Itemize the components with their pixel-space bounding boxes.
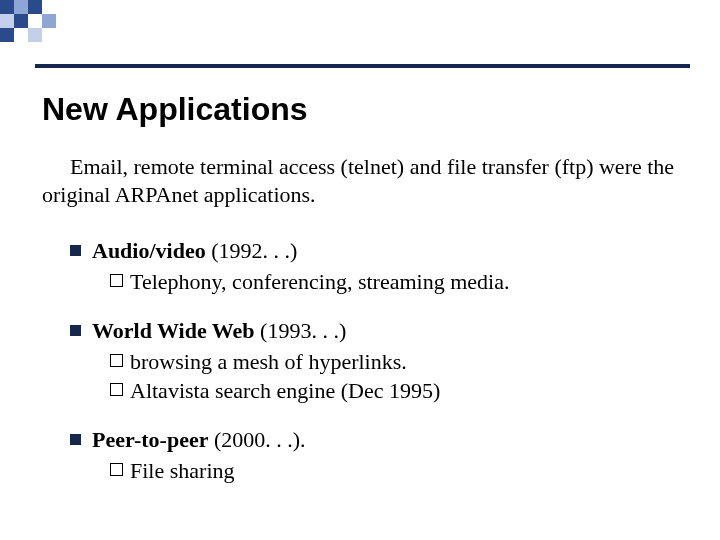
sub-item: File sharing <box>110 456 678 485</box>
sub-list: browsing a mesh of hyperlinks. Altavista… <box>92 347 678 405</box>
bullet-heading-bold: World Wide Web <box>92 318 255 343</box>
bullet-heading-rest: (1993. . .) <box>255 318 347 343</box>
bullet-heading-rest: (2000. . .). <box>208 427 305 452</box>
bullet-heading-rest: (1992. . .) <box>206 238 298 263</box>
intro-text: Email, remote terminal access (telnet) a… <box>42 153 678 208</box>
sub-list: Telephony, conferencing, streaming media… <box>92 267 678 296</box>
corner-decoration <box>0 0 130 45</box>
bullet-list: Audio/video (1992. . .) Telephony, confe… <box>42 236 678 485</box>
top-border <box>35 64 690 68</box>
sub-list: File sharing <box>92 456 678 485</box>
slide-title: New Applications <box>42 92 678 127</box>
sub-item: Altavista search engine (Dec 1995) <box>110 376 678 405</box>
slide: New Applications Email, remote terminal … <box>0 0 720 540</box>
sub-item: browsing a mesh of hyperlinks. <box>110 347 678 376</box>
bullet-item: Peer-to-peer (2000. . .). File sharing <box>70 425 678 485</box>
sub-item: Telephony, conferencing, streaming media… <box>110 267 678 296</box>
bullet-item: World Wide Web (1993. . .) browsing a me… <box>70 316 678 405</box>
bullet-heading-bold: Audio/video <box>92 238 206 263</box>
content-area: New Applications Email, remote terminal … <box>42 92 678 505</box>
bullet-heading-bold: Peer-to-peer <box>92 427 208 452</box>
intro-text-line: Email, remote terminal access (telnet) a… <box>42 154 674 207</box>
bullet-item: Audio/video (1992. . .) Telephony, confe… <box>70 236 678 296</box>
